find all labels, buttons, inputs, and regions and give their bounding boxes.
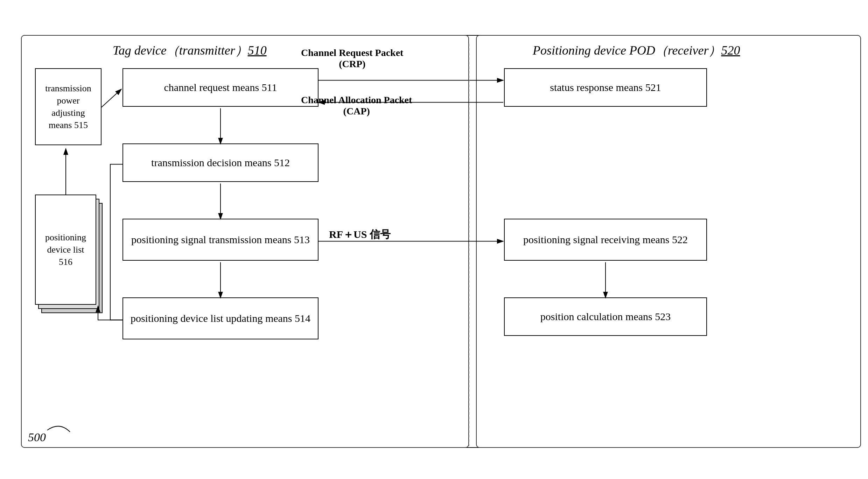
crp-label: Channel Request Packet (CRP) [301, 47, 403, 70]
block-522: positioning signal receiving means 522 [504, 219, 707, 261]
block-513: positioning signal transmission means 51… [122, 219, 318, 261]
rf-label-text: RF＋US 信号 [329, 228, 391, 240]
block-513-label: positioning signal transmission means 51… [131, 233, 310, 247]
cap-label-text: Channel Allocation Packet [301, 94, 412, 106]
block-522-label: positioning signal receiving means 522 [523, 233, 688, 247]
fig-num-text: 500 [28, 431, 46, 444]
block-516: positioning device list 516 [35, 195, 96, 305]
block-521: status response means 521 [504, 68, 707, 107]
block-514-label: positioning device list updating means 5… [131, 311, 310, 326]
cap-abbr-text: (CAP) [301, 106, 412, 117]
crp-abbr-text: (CRP) [301, 58, 403, 70]
block-511-label: channel request means 511 [164, 80, 277, 95]
figure-number: 500 [28, 431, 46, 444]
cap-label: Channel Allocation Packet (CAP) [301, 94, 412, 117]
block-523-label: position calculation means 523 [540, 310, 671, 324]
tag-device-label: Tag device（transmitter）510 [113, 42, 267, 59]
block-523: position calculation means 523 [504, 297, 707, 336]
block-512-label: transmission decision means 512 [151, 156, 290, 170]
crp-label-text: Channel Request Packet [301, 47, 403, 58]
block-512: transmission decision means 512 [122, 143, 318, 182]
block-511: channel request means 511 [122, 68, 318, 107]
rf-label: RF＋US 信号 [329, 227, 391, 242]
block-514: positioning device list updating means 5… [122, 297, 318, 339]
block-521-label: status response means 521 [550, 80, 661, 95]
pos-device-label: Positioning device POD（receiver）520 [533, 42, 740, 59]
block-515-label: transmission power adjusting means 515 [41, 82, 95, 131]
block-515: transmission power adjusting means 515 [35, 68, 102, 145]
tag-device-text: Tag device（transmitter） [113, 43, 248, 57]
pos-device-number: 520 [721, 43, 740, 57]
block-516-label: positioning device list 516 [41, 231, 90, 268]
tag-device-number: 510 [248, 43, 267, 57]
pos-device-text: Positioning device POD（receiver） [533, 43, 721, 57]
